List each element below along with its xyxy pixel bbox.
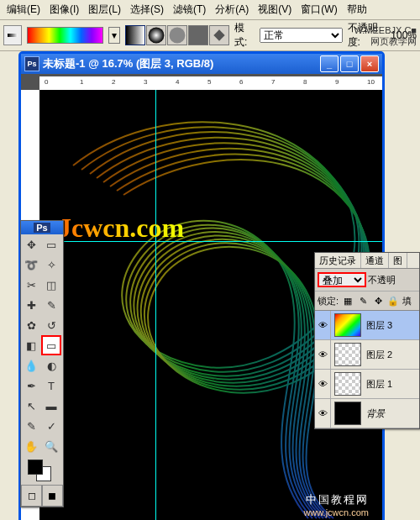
visibility-icon[interactable]: 👁: [315, 340, 331, 369]
gradient-reflected-button[interactable]: [188, 25, 208, 45]
layer-blend-select[interactable]: 叠加: [318, 272, 366, 287]
marquee-tool[interactable]: ▭: [41, 234, 61, 255]
lock-row: 锁定: ▦ ✎ ✥ 🔒 填: [315, 292, 419, 311]
svg-rect-0: [8, 34, 18, 37]
visibility-icon[interactable]: 👁: [315, 311, 331, 339]
menu-window[interactable]: 窗口(W): [297, 2, 340, 18]
layer-name[interactable]: 图层 1: [365, 378, 419, 391]
tab-channels[interactable]: 通道: [361, 253, 389, 268]
wand-tool[interactable]: ✧: [41, 255, 61, 275]
svg-point-2: [149, 28, 165, 44]
eraser-tool[interactable]: ◧: [21, 335, 41, 355]
layer-row[interactable]: 👁 图层 3: [315, 311, 419, 340]
main-menubar: 编辑(E) 图像(I) 图层(L) 选择(S) 滤镜(T) 分析(A) 视图(V…: [0, 0, 420, 20]
lock-label: 锁定:: [318, 295, 339, 307]
svg-rect-1: [126, 26, 144, 45]
maximize-button[interactable]: □: [340, 55, 359, 72]
menu-view[interactable]: 视图(V): [255, 2, 295, 18]
horizontal-ruler: 0 1 2 3 4 5 6 7 8 9 10: [39, 76, 382, 91]
pen-tool[interactable]: ✒: [21, 376, 41, 396]
ps-doc-icon: Ps: [24, 56, 39, 71]
gradient-tool-indicator: [3, 25, 22, 45]
lock-all-icon[interactable]: 🔒: [387, 295, 399, 307]
slice-tool[interactable]: ◫: [41, 275, 61, 295]
color-swatch[interactable]: [21, 456, 63, 485]
menu-edit[interactable]: 编辑(E): [3, 2, 44, 18]
layer-thumb[interactable]: [334, 372, 361, 396]
panel-tabs: 历史记录 通道 图: [315, 253, 419, 269]
gradient-type-group: [125, 25, 229, 45]
svg-rect-4: [189, 26, 207, 45]
quickmask-off[interactable]: ◻: [21, 485, 43, 507]
hand-tool[interactable]: ✋: [21, 436, 41, 456]
gradient-radial-button[interactable]: [146, 25, 166, 45]
layers-panel[interactable]: 历史记录 通道 图 叠加 不透明 锁定: ▦ ✎ ✥ 🔒 填 👁 图层 3 👁 …: [314, 252, 420, 429]
visibility-icon[interactable]: 👁: [315, 370, 331, 398]
close-button[interactable]: ×: [360, 55, 379, 72]
toolbox-panel[interactable]: Ps ✥ ▭ ➰ ✧ ✂ ◫ ✚ ✎ ✿ ↺ ◧ ▭ 💧 ◐ ✒ T ↖ ▬ ✎…: [20, 220, 64, 507]
brush-tool[interactable]: ✎: [41, 295, 61, 315]
lock-paint-icon[interactable]: ✎: [357, 295, 369, 307]
lock-move-icon[interactable]: ✥: [372, 295, 384, 307]
zoom-tool[interactable]: 🔍: [41, 436, 61, 456]
canvas-watermark: Jcwcn.com: [58, 213, 184, 244]
shape-tool[interactable]: ▬: [41, 396, 61, 416]
foreground-color-swatch[interactable]: [28, 460, 43, 475]
dodge-tool[interactable]: ◐: [41, 355, 61, 376]
lock-transparent-icon[interactable]: ▦: [342, 295, 354, 307]
menu-analysis[interactable]: 分析(A): [212, 2, 252, 18]
document-title: 未标题-1 @ 16.7% (图层 3, RGB/8): [43, 56, 213, 71]
fill-label: 填: [402, 295, 412, 307]
tab-history[interactable]: 历史记录: [315, 253, 361, 268]
svg-rect-5: [213, 29, 224, 40]
menu-select[interactable]: 选择(S): [127, 2, 167, 18]
layer-name[interactable]: 背景: [365, 407, 419, 420]
footer-watermark: 中国教程网 www.jcwcn.com: [303, 492, 369, 517]
layer-name[interactable]: 图层 2: [365, 349, 419, 361]
gradient-dropdown-icon[interactable]: ▾: [108, 27, 120, 44]
layer-name[interactable]: 图层 3: [365, 319, 419, 332]
quickmask-on[interactable]: ◼: [41, 485, 63, 507]
layer-thumb[interactable]: [334, 313, 361, 337]
type-tool[interactable]: T: [41, 376, 61, 396]
layer-row[interactable]: 👁 背景: [315, 399, 419, 428]
blend-mode-select[interactable]: 正常: [260, 28, 342, 43]
healing-tool[interactable]: ✚: [21, 295, 41, 315]
gradient-preset-thumb[interactable]: [27, 27, 103, 44]
corner-watermark: W.MEEBJX.C■ 网页教学网: [354, 25, 417, 48]
layer-list: 👁 图层 3 👁 图层 2 👁 图层 1 👁 背景: [315, 311, 419, 428]
history-brush-tool[interactable]: ↺: [41, 315, 61, 335]
crop-tool[interactable]: ✂: [21, 275, 41, 295]
layer-row[interactable]: 👁 图层 1: [315, 370, 419, 399]
tab-layers[interactable]: 图: [389, 253, 407, 268]
lasso-tool[interactable]: ➰: [21, 255, 41, 275]
path-tool[interactable]: ↖: [21, 396, 41, 416]
gradient-angle-button[interactable]: [167, 25, 187, 45]
eyedropper-tool[interactable]: ✓: [41, 416, 61, 436]
mode-label: 模式:: [234, 21, 255, 50]
move-tool[interactable]: ✥: [21, 234, 41, 255]
visibility-icon[interactable]: 👁: [315, 399, 331, 428]
menu-help[interactable]: 帮助: [344, 2, 370, 18]
minimize-button[interactable]: _: [320, 55, 339, 72]
menu-layer[interactable]: 图层(L): [85, 2, 124, 18]
gradient-diamond-button[interactable]: [209, 25, 229, 45]
gradient-tool[interactable]: ▭: [41, 335, 61, 355]
vertical-guide: [155, 90, 156, 520]
menu-filter[interactable]: 滤镜(T): [170, 2, 209, 18]
blur-tool[interactable]: 💧: [21, 355, 41, 376]
document-titlebar[interactable]: Ps 未标题-1 @ 16.7% (图层 3, RGB/8) _ □ ×: [21, 54, 382, 74]
gradient-linear-button[interactable]: [125, 25, 145, 45]
blend-row: 叠加 不透明: [315, 269, 419, 292]
notes-tool[interactable]: ✎: [21, 416, 41, 436]
menu-image[interactable]: 图像(I): [46, 2, 82, 18]
toolbox-title[interactable]: Ps: [21, 221, 63, 234]
opacity-label-short: 不透明: [368, 274, 396, 286]
layer-row[interactable]: 👁 图层 2: [315, 340, 419, 370]
stamp-tool[interactable]: ✿: [21, 315, 41, 335]
svg-point-3: [170, 28, 186, 44]
layer-thumb[interactable]: [334, 402, 361, 425]
layer-thumb[interactable]: [334, 343, 361, 366]
